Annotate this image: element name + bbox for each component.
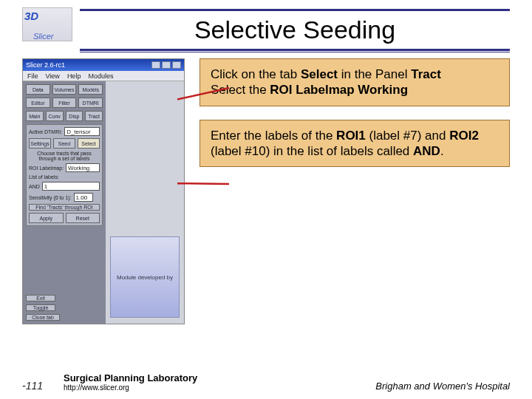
callout-2: Enter the labels of the ROI1 (label #7) … [200, 120, 510, 168]
c2-text-a: Enter the labels of the [211, 129, 336, 143]
sensitivity-input[interactable]: 1.00 [74, 193, 93, 202]
footer-left: Surgical Planning Laboratory http://www.… [64, 372, 197, 392]
tab-disp[interactable]: Disp [66, 111, 83, 121]
header: 3D Slicer Selective Seeding [22, 7, 510, 52]
subtab-settings[interactable]: Settings [29, 138, 51, 149]
footer-right: Brigham and Women's Hospital [375, 381, 510, 392]
c1-text-2a: Select the [211, 83, 270, 97]
right-panel: Module developed by [106, 81, 184, 324]
menu-modules[interactable]: Modules [88, 72, 113, 80]
btn-dtmri[interactable]: DTMRI [78, 98, 103, 108]
under-rule-2 [80, 52, 510, 52]
active-dtmri-value[interactable]: D_tensor [64, 127, 100, 136]
window-title: Slicer 2.6-rc1 [26, 61, 65, 69]
menubar: File View Help Modules [23, 71, 184, 81]
maximize-icon[interactable] [162, 61, 171, 69]
and-input[interactable]: 1 [42, 182, 100, 191]
toggle-button[interactable]: Toggle [26, 304, 55, 311]
select-hint: Choose tracts that pass through a set of… [29, 151, 100, 161]
exit-button[interactable]: Exit [26, 295, 55, 301]
slicer-logo: 3D Slicer [22, 7, 72, 41]
page-title: Selective Seeding [80, 11, 510, 47]
c1-bold-roi: ROI Labelmap Working [270, 83, 408, 97]
tab-tract[interactable]: Tract [85, 111, 103, 121]
window-titlebar: Slicer 2.6-rc1 [23, 59, 184, 71]
subtab-seed[interactable]: Seed [53, 138, 75, 149]
title-area: Selective Seeding [80, 7, 510, 52]
c2-text-c: (label #7) and [366, 129, 449, 143]
logo-slicer: Slicer [33, 32, 54, 41]
left-panel: Data Volumes Models Editor Filter DTMRI … [23, 81, 106, 324]
lab-url: http://www.slicer.org [64, 383, 197, 392]
reset-button[interactable]: Reset [66, 213, 100, 223]
find-tracts-button[interactable]: Find 'Tracts' through ROI [29, 204, 100, 211]
btn-filter[interactable]: Filter [52, 98, 77, 108]
tract-panel: Active DTMRI: D_tensor Settings Seed Sel… [26, 124, 103, 226]
close-icon[interactable] [172, 61, 181, 69]
logo-3d: 3D [24, 10, 38, 22]
list-of-labels: List of labels: [29, 174, 100, 180]
footer: -111 Surgical Planning Laboratory http:/… [0, 368, 532, 399]
c1-bold-select: Select [301, 67, 338, 81]
content-row: Slicer 2.6-rc1 File View Help Modules Da… [22, 58, 510, 324]
btn-models[interactable]: Models [78, 84, 103, 95]
dev-caption: Module developed by [117, 274, 173, 281]
c1-text-a: Click on the tab [211, 67, 301, 81]
apply-button[interactable]: Apply [29, 213, 64, 223]
c2-bold-roi1: ROI1 [336, 129, 366, 143]
slicer-screenshot: Slicer 2.6-rc1 File View Help Modules Da… [22, 58, 185, 324]
sensitivity-label: Sensitivity (0 to 1): [29, 195, 72, 200]
active-dtmri-label: Active DTMRI: [29, 129, 62, 134]
c1-bold-tract: Tract [411, 67, 441, 81]
close-tab-button[interactable]: Close tab [26, 314, 60, 321]
callout-1: Click on the tab Select in the Panel Tra… [200, 58, 510, 106]
and-label: AND [29, 184, 40, 189]
window-buttons [151, 61, 181, 69]
under-rule-1 [80, 49, 510, 51]
btn-data[interactable]: Data [26, 84, 50, 95]
c1-text-c: in the Panel [338, 67, 411, 81]
c2-text-g: . [440, 144, 444, 158]
subtab-select[interactable]: Select [78, 138, 100, 149]
c2-text-e: (label #10) in the list of labels called [211, 144, 413, 158]
module-developers-box: Module developed by [110, 236, 180, 318]
minimize-icon[interactable] [151, 61, 160, 69]
app-body: Data Volumes Models Editor Filter DTMRI … [23, 81, 184, 324]
btn-volumes[interactable]: Volumes [52, 84, 77, 95]
roi-labelmap-dropdown[interactable]: Working [66, 163, 100, 172]
arrow-to-and-field [177, 183, 229, 184]
tab-conv[interactable]: Conv [46, 111, 64, 121]
menu-view[interactable]: View [46, 72, 60, 80]
c2-bold-roi2: ROI2 [449, 129, 479, 143]
tab-main[interactable]: Main [26, 111, 44, 121]
c2-bold-and: AND [413, 144, 440, 158]
callouts: Click on the tab Select in the Panel Tra… [200, 58, 510, 324]
roi-label: ROI Labelmap: [29, 166, 64, 171]
lab-name: Surgical Planning Laboratory [64, 372, 197, 383]
menu-help[interactable]: Help [67, 72, 81, 80]
menu-file[interactable]: File [27, 72, 38, 80]
page-number: -111 [22, 380, 52, 392]
slide: 3D Slicer Selective Seeding Slicer 2.6-r… [0, 0, 532, 399]
btn-editor[interactable]: Editor [26, 98, 50, 108]
